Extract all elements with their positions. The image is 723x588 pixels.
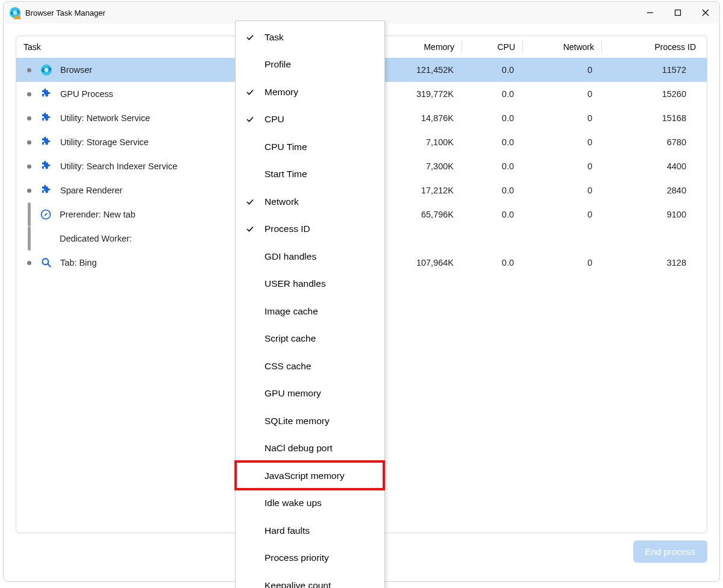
ext-icon [40,136,53,149]
menu-item-task[interactable]: Task [236,23,384,51]
cell-pid: 4400 [599,161,701,171]
cell-cpu: 0.0 [461,65,521,75]
cell-network: 0 [521,89,599,99]
search-icon [40,256,53,269]
status-dot [27,92,31,96]
cell-cpu: 0.0 [461,186,521,195]
column-context-menu: TaskProfileMemoryCPUCPU TimeStart TimeNe… [235,20,385,588]
col-process-id[interactable]: Process ID [602,36,703,58]
cell-cpu: 0.0 [461,161,521,171]
menu-item-image-cache[interactable]: Image cache [236,298,384,325]
task-name: Prerender: New tab [60,210,136,219]
menu-item-hard-faults[interactable]: Hard faults [236,517,384,545]
task-name: Utility: Network Service [60,113,150,123]
check-icon [236,114,264,124]
check-icon [236,33,264,42]
cell-pid: 6780 [599,137,701,147]
menu-item-sqlite-memory[interactable]: SQLite memory [236,407,384,435]
close-button[interactable] [692,2,719,23]
menu-item-process-priority[interactable]: Process priority [236,545,384,572]
cell-network: 0 [521,65,599,75]
cell-memory: 107,964K [383,258,461,267]
check-icon [236,197,264,207]
menu-item-gpu-memory[interactable]: GPU memory [236,380,384,408]
col-cpu[interactable]: CPU [462,36,522,58]
menu-item-cpu[interactable]: CPU [236,106,384,134]
cell-cpu: 0.0 [461,210,521,219]
edge-icon [40,63,53,77]
check-icon [236,87,264,97]
cell-cpu: 0.0 [461,137,521,147]
ext-icon [40,87,53,101]
menu-item-cpu-time[interactable]: CPU Time [236,133,384,161]
menu-item-process-id[interactable]: Process ID [236,216,384,243]
cell-cpu: 0.0 [461,258,521,267]
status-dot [27,189,31,193]
cell-memory: 121,452K [383,65,461,75]
cell-pid: 9100 [599,210,701,219]
cell-memory: 319,772K [383,89,461,99]
check-icon [236,224,264,234]
cell-pid: 15168 [599,113,701,123]
task-name: Utility: Search Indexer Service [60,161,177,171]
menu-item-idle-wake-ups[interactable]: Idle wake ups [236,490,384,518]
svg-point-1 [13,10,17,14]
cell-cpu: 0.0 [461,113,521,123]
cell-network: 0 [521,210,599,219]
end-process-button[interactable]: End process [633,540,707,563]
menu-item-network[interactable]: Network [236,188,384,216]
cell-memory: 65,796K [383,210,461,219]
cell-network: 0 [521,113,599,123]
status-dot [27,164,31,169]
svg-point-8 [44,67,48,72]
col-memory[interactable]: Memory [383,36,462,58]
task-name: Tab: Bing [60,258,96,267]
task-name: Dedicated Worker: [60,234,132,243]
app-icon [8,6,22,19]
menu-item-keepalive-count[interactable]: Keepalive count [236,572,384,588]
menu-item-css-cache[interactable]: CSS cache [236,352,384,380]
tree-line [28,227,31,251]
maximize-button[interactable] [664,2,692,23]
status-dot [27,140,31,145]
status-dot [27,68,31,72]
svg-rect-4 [675,10,681,16]
cell-pid: 3128 [599,258,701,267]
status-dot [27,116,31,120]
menu-item-start-time[interactable]: Start Time [236,161,384,189]
ext-icon [40,184,53,197]
menu-item-javascript-memory[interactable]: JavaScript memory [236,462,384,490]
menu-item-gdi-handles[interactable]: GDI handles [236,243,384,271]
tree-line [28,202,31,227]
minimize-button[interactable] [636,2,664,23]
cell-pid: 11572 [599,65,701,75]
cell-network: 0 [521,186,599,195]
cell-memory: 17,212K [383,186,461,195]
task-name: Spare Renderer [60,186,122,195]
task-name: Browser [60,65,92,75]
menu-item-script-cache[interactable]: Script cache [236,325,384,353]
task-name: Utility: Storage Service [60,137,149,147]
compass-icon [39,208,52,221]
cell-memory: 14,876K [383,113,461,123]
cell-memory: 7,300K [383,161,461,171]
col-network[interactable]: Network [523,36,601,58]
ext-icon [40,111,53,125]
cell-network: 0 [521,161,599,171]
cell-network: 0 [521,258,599,267]
menu-item-profile[interactable]: Profile [236,51,384,79]
cell-cpu: 0.0 [461,89,521,99]
menu-item-memory[interactable]: Memory [236,78,384,106]
svg-line-11 [48,264,51,267]
menu-item-user-handles[interactable]: USER handles [236,271,384,298]
menu-item-nacl-debug-port[interactable]: NaCl debug port [236,435,384,463]
cell-pid: 2840 [599,186,701,195]
cell-network: 0 [521,137,599,147]
svg-rect-2 [14,16,20,20]
cell-memory: 7,100K [383,137,461,147]
ext-icon [40,160,53,173]
task-manager-window: Browser Task Manager Task Memory CPU Net… [3,1,720,582]
status-dot [27,261,31,265]
task-name: GPU Process [60,89,113,99]
window-title: Browser Task Manager [25,8,105,17]
